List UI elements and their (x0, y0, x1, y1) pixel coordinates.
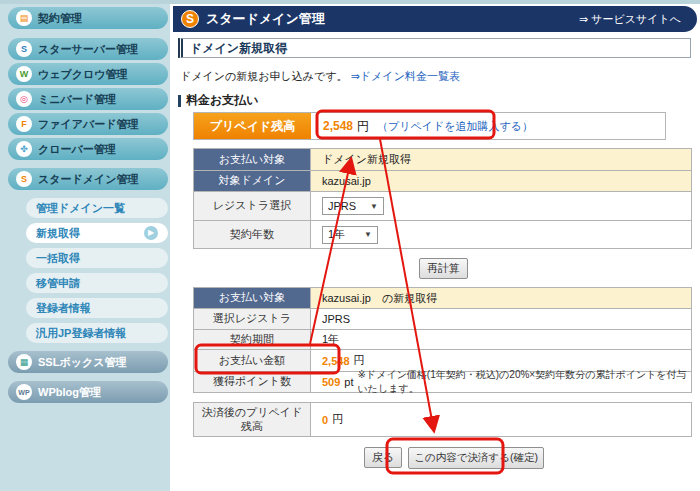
payment-confirm-table: お支払い対象 kazusai.jp の新規取得 選択レジストラ JPRS 契約期… (193, 287, 692, 393)
selected-registrar-value: JPRS (311, 309, 691, 329)
starserver-icon: S (16, 41, 32, 57)
table-row: レジストラ選択 JPRS (194, 191, 691, 220)
header-bar: S スタードメイン管理 ⇒ サービスサイトへ (173, 6, 697, 32)
sidebar-item-label: WPblog管理 (38, 385, 101, 400)
sidebar-item-label: ミニバード管理 (38, 92, 116, 107)
recalculate-button[interactable]: 再計算 (419, 258, 468, 279)
firebird-icon: F (16, 116, 32, 132)
clover-icon: ✤ (16, 141, 32, 157)
sidebar-item-label: スターサーバー管理 (38, 42, 138, 57)
table-row: 契約期間 1年 (194, 329, 691, 349)
table-row: 選択レジストラ JPRS (194, 308, 691, 329)
balance-after-table: 決済後のプリペイド残高 0 円 (193, 402, 692, 437)
prepaid-amount: 2,548 (323, 119, 353, 133)
prepaid-unit: 円 (357, 118, 369, 135)
payment-amount-value: 2,548 (322, 355, 350, 367)
sidebar-item-bulk-acquisition[interactable]: 一括取得 (26, 248, 168, 268)
confirm-target-value: kazusai.jp の新規取得 (311, 288, 691, 308)
active-arrow-icon: ▶ (144, 226, 158, 240)
contract-years-select[interactable]: 1年 (322, 226, 378, 244)
sidebar-item-minibird[interactable]: ◎ ミニバード管理 (8, 88, 168, 110)
sidebar-item-domain-list[interactable]: 管理ドメイン一覧 (26, 198, 168, 218)
sidebar-item-label: スタードメイン管理 (38, 172, 139, 187)
webcrow-icon: W (16, 66, 32, 82)
action-buttons: 戻る この内容で決済する(確定) (364, 447, 544, 469)
main-content: S スタードメイン管理 ⇒ サービスサイトへ ドメイン新規取得 ドメインの新規お… (170, 4, 700, 491)
sidebar-item-jp-registrant-info[interactable]: 汎用JP登録者情報 (26, 323, 168, 343)
sidebar-item-wpblog[interactable]: WP WPblog管理 (8, 381, 168, 403)
wpblog-icon: WP (16, 384, 32, 400)
contract-icon: ▤ (16, 10, 32, 26)
sidebar-item-contract[interactable]: ▤ 契約管理 (8, 7, 168, 29)
points-note: ※ドメイン価格(1年契約・税込)の20%×契約年数分の累計ポイントを付与いたしま… (358, 368, 691, 396)
sidebar-item-label: ウェブクロウ管理 (38, 67, 128, 82)
sidebar-item-label: SSLボックス管理 (38, 355, 126, 370)
table-row: 獲得ポイント数 509 pt ※ドメイン価格(1年契約・税込)の20%×契約年数… (194, 371, 691, 392)
payment-form-table: お支払い対象 ドメイン新規取得 対象ドメイン kazusai.jp レジストラ選… (193, 148, 692, 249)
service-site-link[interactable]: ⇒ サービスサイトへ (579, 12, 681, 27)
sidebar-item-starserver[interactable]: S スターサーバー管理 (8, 38, 168, 60)
section-title: 料金お支払い (186, 92, 259, 109)
registrar-select[interactable]: JPRS (322, 197, 384, 215)
sidebar-item-label: クローバー管理 (38, 142, 116, 157)
table-row: 契約年数 1年 (194, 220, 691, 248)
section-marker (178, 95, 181, 107)
points-value: 509 (322, 376, 340, 388)
sidebar-item-label: 契約管理 (38, 11, 82, 26)
page-title: ドメイン新規取得 (190, 40, 287, 57)
prepaid-purchase-link[interactable]: （プリペイドを追加購入する） (377, 119, 533, 134)
sslbox-icon: ▦ (16, 354, 32, 370)
payment-target-value: ドメイン新規取得 (311, 149, 691, 170)
back-button[interactable]: 戻る (364, 447, 402, 468)
sidebar-item-stardomain[interactable]: S スタードメイン管理 (8, 168, 168, 190)
section-heading: 料金お支払い (178, 92, 259, 109)
sidebar-item-clover[interactable]: ✤ クローバー管理 (8, 138, 168, 160)
intro-text: ドメインの新規お申し込みです。 ⇒ドメイン料金一覧表 (180, 69, 460, 84)
contract-period-value: 1年 (311, 330, 691, 349)
sidebar-item-sslbox[interactable]: ▦ SSLボックス管理 (8, 351, 168, 373)
prepaid-label: プリペイド残高 (194, 113, 311, 139)
sidebar-item-new-acquisition[interactable]: 新規取得 ▶ (26, 223, 168, 243)
sidebar-item-webcrow[interactable]: W ウェブクロウ管理 (8, 63, 168, 85)
sidebar-item-label: ファイアバード管理 (38, 117, 139, 132)
table-row: お支払い対象 ドメイン新規取得 (194, 149, 691, 170)
stardomain-logo-icon: S (181, 10, 199, 28)
price-list-link[interactable]: ⇒ドメイン料金一覧表 (351, 70, 460, 82)
page-title-box: ドメイン新規取得 (178, 38, 691, 58)
table-row: お支払い対象 kazusai.jp の新規取得 (194, 288, 691, 308)
sidebar: ▤ 契約管理 S スターサーバー管理 W ウェブクロウ管理 ◎ ミニバード管理 … (0, 4, 170, 491)
table-row: 決済後のプリペイド残高 0 円 (194, 403, 691, 436)
star-domain-admin-page: ▤ 契約管理 S スターサーバー管理 W ウェブクロウ管理 ◎ ミニバード管理 … (0, 0, 700, 491)
minibird-icon: ◎ (16, 91, 32, 107)
target-domain-value: kazusai.jp (311, 171, 691, 191)
header-title: スタードメイン管理 (206, 10, 325, 28)
balance-after-value: 0 (322, 414, 328, 426)
sidebar-item-firebird[interactable]: F ファイアバード管理 (8, 113, 168, 135)
prepaid-balance-row: プリペイド残高 2,548 円 （プリペイドを追加購入する） (193, 112, 666, 140)
table-row: 対象ドメイン kazusai.jp (194, 170, 691, 191)
stardomain-icon: S (16, 171, 32, 187)
sidebar-item-registrant-info[interactable]: 登録者情報 (26, 298, 168, 318)
confirm-payment-button[interactable]: この内容で決済する(確定) (408, 447, 544, 469)
sidebar-item-transfer[interactable]: 移管申請 (26, 273, 168, 293)
